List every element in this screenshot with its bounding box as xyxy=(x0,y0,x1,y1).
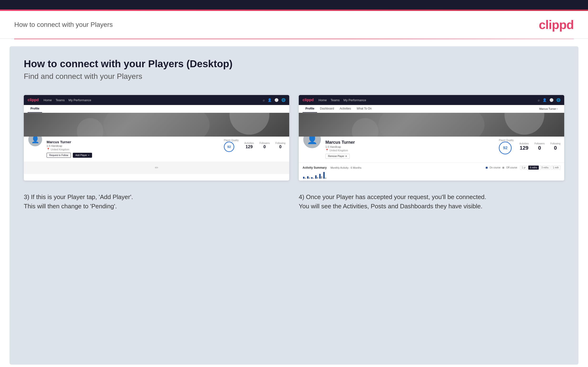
location-pin-icon-right: 📍 xyxy=(325,149,329,152)
profile-name-right: Marcus Turner xyxy=(325,140,495,145)
tab-profile-right[interactable]: Profile xyxy=(303,105,317,113)
activities-value-right: 129 xyxy=(519,145,529,151)
descriptions-grid: 3) If this is your Player tap, 'Add Play… xyxy=(24,192,564,211)
bar-on-3 xyxy=(311,177,312,179)
activity-summary: Activity Summary Monthly Activity · 6 Mo… xyxy=(299,162,564,181)
bar-off-4 xyxy=(317,177,318,179)
main-content: How to connect with your Players (Deskto… xyxy=(9,46,579,365)
bar-group-2 xyxy=(307,176,310,179)
activities-label-right: Activities xyxy=(519,142,529,145)
bar-on-2 xyxy=(307,176,309,179)
search-icon-left[interactable]: ⌕ xyxy=(263,98,265,102)
nav-icons-left: ⌕ 👤 ⚪ 🌐 xyxy=(263,98,285,102)
header: How to connect with your Players clippd xyxy=(0,11,588,39)
legend-on-course-dot xyxy=(486,167,488,169)
user-icon-right[interactable]: 👤 xyxy=(543,98,547,102)
filter-3mths[interactable]: 3 mths xyxy=(540,166,550,170)
nav-home-left[interactable]: Home xyxy=(43,98,52,102)
bar-group-4 xyxy=(315,175,318,179)
bar-on-1 xyxy=(303,177,304,179)
followers-label-left: Followers xyxy=(259,142,270,144)
close-icon-remove: ✕ xyxy=(345,155,347,158)
location-pin-icon-left: 📍 xyxy=(47,148,50,151)
activities-block-left: Activities 129 xyxy=(244,142,254,150)
nav-items-left: Home Teams My Performance xyxy=(43,98,91,102)
followers-block-right: Followers 0 xyxy=(535,142,545,151)
profile-banner-right xyxy=(299,113,564,137)
mockup-right: clippd Home Teams My Performance ⌕ 👤 ⚪ 🌐… xyxy=(299,95,564,181)
nav-teams-right[interactable]: Teams xyxy=(331,98,340,102)
app-logo-left: clippd xyxy=(28,98,39,102)
nav-items-right: Home Teams My Performance xyxy=(319,98,366,102)
player-quality-block-right: Player Quality 92 xyxy=(499,139,514,154)
page-heading: How to connect with your Players (Deskto… xyxy=(24,58,564,70)
followers-label-right: Followers xyxy=(535,142,545,145)
profile-banner-overlay-left xyxy=(24,113,289,137)
nav-home-right[interactable]: Home xyxy=(319,98,327,102)
profile-banner-overlay-right xyxy=(299,113,564,137)
activity-legend: On course Off course xyxy=(486,166,517,169)
filter-1yr[interactable]: 1 yr xyxy=(520,166,527,170)
profile-handicap-left: 1-5 Handicap xyxy=(47,144,220,147)
tab-dashboard-right[interactable]: Dashboard xyxy=(317,105,337,113)
bar-on-6 xyxy=(323,172,325,179)
remove-player-button[interactable]: Remove Player ✕ xyxy=(325,154,350,159)
bar-group-3 xyxy=(311,177,314,179)
nav-myperformance-right[interactable]: My Performance xyxy=(344,98,366,102)
clippd-logo: clippd xyxy=(539,17,574,32)
profile-location-left: 📍 United Kingdom xyxy=(47,148,220,151)
bar-off-6 xyxy=(325,178,326,179)
nav-myperformance-left[interactable]: My Performance xyxy=(69,98,91,102)
profile-body-right: 👤 Marcus Turner 1-5 Handicap 📍 United Ki… xyxy=(299,137,564,162)
following-value-left: 0 xyxy=(276,144,285,150)
top-bar xyxy=(0,0,588,9)
profile-info-left: Marcus Turner 1-5 Handicap 📍 United King… xyxy=(47,139,220,158)
tab-whattoon-right[interactable]: What To On xyxy=(354,105,374,113)
tab-activities-right[interactable]: Activities xyxy=(337,105,354,113)
search-icon-right[interactable]: ⌕ xyxy=(538,98,540,102)
quality-circle-left: 92 xyxy=(224,142,234,152)
tab-profile-left[interactable]: Profile xyxy=(28,105,42,113)
legend-on-course-label: On course xyxy=(490,166,501,169)
following-block-left: Following 0 xyxy=(276,142,285,150)
globe-icon-left[interactable]: 🌐 xyxy=(281,98,285,102)
bar-on-5 xyxy=(319,174,321,179)
app-tabs-left: Profile xyxy=(24,105,289,113)
quality-circle-right: 92 xyxy=(499,142,512,154)
following-label-left: Following xyxy=(276,142,285,144)
settings-icon-right[interactable]: ⚪ xyxy=(549,98,553,102)
app-logo-right: clippd xyxy=(303,98,314,102)
app-navbar-left: clippd Home Teams My Performance ⌕ 👤 ⚪ 🌐 xyxy=(24,95,289,105)
bar-off-1 xyxy=(305,178,306,179)
plus-icon-left: + xyxy=(88,154,89,157)
description-right: 4) Once your Player has accepted your re… xyxy=(299,192,564,211)
profile-handicap-right: 1-5 Handicap xyxy=(325,145,495,148)
following-block-right: Following 0 xyxy=(550,142,560,151)
user-icon-left[interactable]: 👤 xyxy=(268,98,272,102)
request-follow-button[interactable]: Request to Follow xyxy=(47,153,71,158)
bar-off-3 xyxy=(313,178,314,179)
profile-name-left: Marcus Turner xyxy=(47,140,220,144)
profile-location-right: 📍 United Kingdom xyxy=(325,149,495,152)
activity-period: Monthly Activity · 6 Months xyxy=(330,166,361,169)
activity-title: Activity Summary xyxy=(303,166,327,169)
bar-on-4 xyxy=(315,175,317,179)
player-quality-block-left: Player Quality 92 xyxy=(224,139,239,152)
activities-value-left: 129 xyxy=(244,144,254,150)
nav-teams-left[interactable]: Teams xyxy=(56,98,65,102)
profile-footer-left: ✏ xyxy=(24,161,289,174)
filter-1mth[interactable]: 1 mth xyxy=(551,166,560,170)
bar-off-5 xyxy=(321,176,322,179)
globe-icon-right[interactable]: 🌐 xyxy=(556,98,560,102)
activity-filters: 1 yr 6 mths 3 mths 1 mth xyxy=(520,166,560,170)
filter-6mths[interactable]: 6 mths xyxy=(528,166,539,170)
followers-value-right: 0 xyxy=(535,145,545,151)
activity-header: Activity Summary Monthly Activity · 6 Mo… xyxy=(303,166,560,170)
app-tabs-right: Profile Dashboard Activities What To On … xyxy=(299,105,564,113)
settings-icon-left[interactable]: ⚪ xyxy=(275,98,278,102)
profile-body-left: 👤 Marcus Turner 1-5 Handicap 📍 United Ki… xyxy=(24,137,289,161)
user-dropdown-right[interactable]: Marcus Turner xyxy=(539,107,556,110)
bar-group-5 xyxy=(319,174,322,179)
player-quality-label-left: Player Quality xyxy=(224,139,239,142)
add-player-button[interactable]: Add Player + xyxy=(73,153,92,158)
